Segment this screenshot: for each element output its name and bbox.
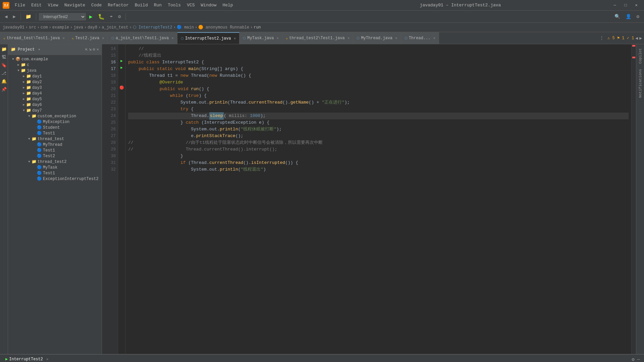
toolbar-back-button[interactable]: ◀ xyxy=(3,13,9,20)
tab-close-5[interactable]: ✕ xyxy=(277,36,279,40)
tab-overflow-button[interactable]: ⋮ xyxy=(597,35,606,41)
breadcrumb-example[interactable]: example xyxy=(52,25,69,30)
toolbar-settings[interactable]: ⚙ xyxy=(635,13,641,20)
left-icon-git[interactable]: ⎇ xyxy=(0,70,8,77)
breadcrumb-com[interactable]: com xyxy=(41,25,48,30)
tree-test1-tt2[interactable]: 🔵Test1 xyxy=(8,170,102,176)
tab-close-3[interactable]: ✕ xyxy=(171,36,174,40)
breadcrumb-file[interactable]: ⬡ InterruptTest2 xyxy=(133,25,172,30)
tree-test1-tt[interactable]: 🔵Test1 xyxy=(8,147,102,153)
toolbar-more-run[interactable]: ⚙ xyxy=(116,13,123,20)
menu-view[interactable]: View xyxy=(45,2,61,8)
project-expand-icon[interactable]: ⇲ xyxy=(89,47,91,52)
run-tab-interrupttest2[interactable]: ▶ InterruptTest2 ✕ xyxy=(3,356,51,362)
tree-day6[interactable]: ▶📁day6 xyxy=(8,102,102,108)
tree-student[interactable]: 🔵Student xyxy=(8,125,102,130)
tab-close-7[interactable]: ✕ xyxy=(395,36,397,40)
menu-run[interactable]: Run xyxy=(151,2,164,8)
project-gear-icon[interactable]: ⚙ xyxy=(93,47,95,52)
tree-day2[interactable]: ▶📁day2 xyxy=(8,79,102,85)
tree-myexception[interactable]: 🔵MyException xyxy=(8,119,102,125)
tree-thread-test[interactable]: ▼📁thread_test xyxy=(8,136,102,142)
toolbar-avatar[interactable]: 👤 xyxy=(624,13,633,20)
breadcrumb-day8[interactable]: day8 xyxy=(88,25,97,30)
project-close-icon[interactable]: ✕ xyxy=(97,47,99,52)
menu-code[interactable]: Code xyxy=(89,2,104,8)
menu-edit[interactable]: Edit xyxy=(29,2,44,8)
tab-test2[interactable]: ☕ Test2.java ✕ xyxy=(68,32,108,44)
tab-scroll-right[interactable]: ▶ xyxy=(639,36,642,41)
tree-test2-tt[interactable]: 🔵Test2 xyxy=(8,153,102,159)
tree-day1[interactable]: ▶📁day1 xyxy=(8,73,102,79)
close-button[interactable]: ✕ xyxy=(631,2,641,9)
menu-help[interactable]: Help xyxy=(220,2,235,8)
left-icon-bookmark[interactable]: 🔖 xyxy=(0,62,8,69)
toolbar-forward-button[interactable]: ▶ xyxy=(11,13,17,20)
label-c: c xyxy=(27,63,29,67)
tree-mythread[interactable]: 🔵MyThread xyxy=(8,142,102,147)
breadcrumb-main[interactable]: 🔵 main xyxy=(177,25,194,30)
toolbar-project-button[interactable]: 📁 xyxy=(23,13,33,20)
tab-mythread[interactable]: ⬡ MyThread.java ✕ xyxy=(353,32,401,44)
tree-java[interactable]: ▼ 📁 java xyxy=(8,68,102,73)
run-button[interactable]: ▶ xyxy=(87,13,95,21)
tree-mytask[interactable]: 🔵MyTask xyxy=(8,165,102,170)
tree-day4[interactable]: ▶📁day4 xyxy=(8,90,102,96)
tab-close-1[interactable]: ✕ xyxy=(62,36,65,40)
coverage-button[interactable]: ☂ xyxy=(108,13,115,20)
tab-thread[interactable]: ⬡ Thread... ✕ xyxy=(401,32,439,44)
menu-window[interactable]: Window xyxy=(198,2,219,8)
menu-refactor[interactable]: Refactor xyxy=(105,2,131,8)
tree-day7[interactable]: ▼📁day7 xyxy=(8,108,102,113)
tree-thread-test2[interactable]: ▼📁thread_test2 xyxy=(8,159,102,165)
tab-mytask[interactable]: ⬡ MyTask.java ✕ xyxy=(239,32,282,44)
tab-close-8[interactable]: ✕ xyxy=(433,36,435,40)
tree-test1-ce[interactable]: 🔵Test1 xyxy=(8,130,102,136)
menu-file[interactable]: File xyxy=(12,2,28,8)
code-container[interactable]: 14 15 16 17 18 19 20 21 22 23 24 25 26 2… xyxy=(102,44,636,354)
tree-day3[interactable]: ▶📁day3 xyxy=(8,85,102,90)
tab-close-6[interactable]: ✕ xyxy=(347,36,350,40)
icon-day6: 📁 xyxy=(26,102,31,107)
left-icon-structure[interactable]: 🏗 xyxy=(0,54,8,61)
code-line-29: // Thread.currentThread().interrupt(); xyxy=(128,146,629,153)
breadcrumb-run[interactable]: run xyxy=(254,25,261,30)
menu-tools[interactable]: Tools xyxy=(165,2,183,8)
left-icon-notifications[interactable]: 🔔 xyxy=(0,78,8,85)
tree-c[interactable]: ▶ 📁 c xyxy=(8,62,102,68)
maximize-button[interactable]: □ xyxy=(621,2,631,9)
run-tab-close[interactable]: ✕ xyxy=(46,357,49,361)
right-panel-notifications[interactable]: Notifications xyxy=(638,66,643,101)
menu-navigate[interactable]: Navigate xyxy=(62,2,88,8)
run-minimize-icon[interactable]: ─ xyxy=(636,357,641,362)
tab-ajoin-test1[interactable]: ⬡ a_join_test\Test1.java ✕ xyxy=(108,32,177,44)
run-settings-icon[interactable]: ⚙ xyxy=(630,357,636,362)
breadcrumb-java[interactable]: java xyxy=(73,25,83,30)
minimize-button[interactable]: ─ xyxy=(610,2,620,9)
project-collapse-icon[interactable]: ⇱ xyxy=(85,47,88,52)
breadcrumb-project[interactable]: javaday01 xyxy=(3,25,24,30)
tab-scroll-left[interactable]: ◀ xyxy=(635,36,638,41)
tree-exception-interrupt-test2[interactable]: 🔵ExceptionInterruptTest2 xyxy=(8,176,102,182)
tab-close-2[interactable]: ✕ xyxy=(102,36,104,40)
project-header-arrow[interactable]: ▾ xyxy=(38,47,40,52)
right-panel-copilot[interactable]: Copilot xyxy=(638,46,643,66)
code-editor[interactable]: // //线程退出 public class InterruptTest2 { … xyxy=(125,44,631,354)
breadcrumb-src[interactable]: src xyxy=(29,25,36,30)
breadcrumb-ajointest[interactable]: a_join_test xyxy=(102,25,128,30)
left-icon-project[interactable]: 📁 xyxy=(0,46,8,53)
tab-interrupttest2[interactable]: ⬡ InterruptTest2.java ✕ xyxy=(177,32,239,44)
menu-vcs[interactable]: VCS xyxy=(184,2,197,8)
menu-build[interactable]: Build xyxy=(132,2,151,8)
tab-close-4[interactable]: ✕ xyxy=(234,36,236,41)
tree-custom-exception[interactable]: ▼📁custom_exception xyxy=(8,113,102,119)
tab-thread-test2-test1[interactable]: ☕ thread_test2\Test1.java ✕ xyxy=(282,32,353,44)
toolbar-search[interactable]: 🔍 xyxy=(612,13,622,20)
breadcrumb-runnable[interactable]: 🟠 anonymous Runnable xyxy=(198,25,249,30)
tree-day5[interactable]: ▶📁day5 xyxy=(8,96,102,102)
debug-button[interactable]: 🐛 xyxy=(96,13,107,21)
run-config-select[interactable]: InterruptTest2 xyxy=(39,13,86,20)
left-icon-pin[interactable]: 📌 xyxy=(0,86,8,93)
tab-thread-test1[interactable]: ☕ thread_test\Test1.java ✕ xyxy=(0,32,68,44)
tree-com-example[interactable]: ▼ 📦 com.example xyxy=(8,56,102,62)
